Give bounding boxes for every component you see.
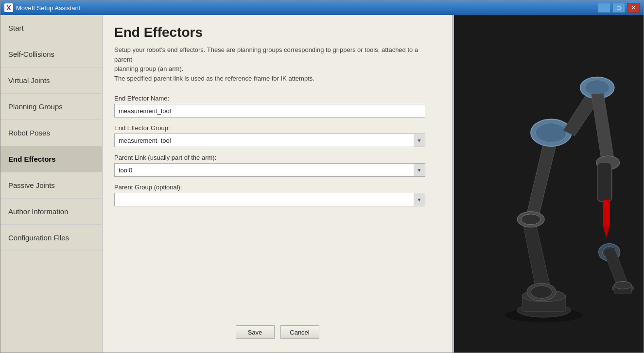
sidebar-item-self-collisions[interactable]: Self-Collisions <box>0 41 102 67</box>
effector-group-select[interactable]: measurement_tool <box>114 134 425 147</box>
effector-name-input[interactable] <box>114 104 425 118</box>
minimize-button[interactable]: – <box>598 3 610 13</box>
parent-group-select[interactable] <box>114 193 425 206</box>
cancel-button[interactable]: Cancel <box>280 325 319 339</box>
effector-group-label: End Effector Group: <box>114 124 440 132</box>
parent-link-wrapper: tool0 ▼ <box>114 163 425 177</box>
maximize-button[interactable]: □ <box>612 3 625 13</box>
effector-name-group: End Effector Name: <box>114 95 440 118</box>
sidebar-item-author-information[interactable]: Author Information <box>0 199 102 225</box>
svg-point-20 <box>614 281 632 289</box>
window-controls: – □ ✕ <box>598 3 640 13</box>
svg-point-6 <box>531 286 552 298</box>
svg-point-8 <box>521 214 540 225</box>
sidebar-item-planning-groups[interactable]: Planning Groups <box>0 94 102 120</box>
save-button[interactable]: Save <box>236 325 275 339</box>
svg-rect-15 <box>603 200 610 227</box>
robot-canvas <box>454 15 644 353</box>
page-title: End Effectors <box>114 25 440 40</box>
content-area: Start Self-Collisions Virtual Joints Pla… <box>0 15 644 353</box>
window-title: MoveIt Setup Assistant <box>16 4 598 12</box>
parent-group-wrapper: ▼ <box>114 193 425 206</box>
robot-viewer <box>454 15 644 353</box>
svg-rect-14 <box>597 163 612 202</box>
parent-link-group: Parent Link (usually part of the arm): t… <box>114 154 440 177</box>
close-button[interactable]: ✕ <box>627 3 640 13</box>
svg-point-12 <box>585 80 609 96</box>
title-bar: X MoveIt Setup Assistant – □ ✕ <box>0 0 644 15</box>
parent-link-label: Parent Link (usually part of the arm): <box>114 154 440 161</box>
sidebar-item-robot-poses[interactable]: Robot Poses <box>0 120 102 146</box>
main-window: X MoveIt Setup Assistant – □ ✕ Start Sel… <box>0 0 644 353</box>
svg-point-10 <box>536 123 567 142</box>
form-section: End Effector Name: End Effector Group: m… <box>114 95 440 318</box>
sidebar-item-start[interactable]: Start <box>0 15 102 41</box>
effector-group-group: End Effector Group: measurement_tool ▼ <box>114 124 440 147</box>
parent-link-select[interactable]: tool0 <box>114 163 425 177</box>
main-panel: End Effectors Setup your robot’s end eff… <box>103 15 452 353</box>
parent-group-group: Parent Group (optional): ▼ <box>114 184 440 206</box>
sidebar-item-virtual-joints[interactable]: Virtual Joints <box>0 67 102 94</box>
sidebar-item-configuration-files[interactable]: Configuration Files <box>0 225 102 251</box>
page-description: Setup your robot’s end effectors. These … <box>114 45 435 83</box>
app-icon: X <box>4 3 13 12</box>
parent-group-label: Parent Group (optional): <box>114 184 440 191</box>
sidebar: Start Self-Collisions Virtual Joints Pla… <box>0 15 103 353</box>
sidebar-item-end-effectors[interactable]: End Effectors <box>0 146 102 172</box>
effector-group-wrapper: measurement_tool ▼ <box>114 134 425 147</box>
effector-name-label: End Effector Name: <box>114 95 440 102</box>
bottom-buttons: Save Cancel <box>114 318 440 343</box>
sidebar-item-passive-joints[interactable]: Passive Joints <box>0 172 102 199</box>
